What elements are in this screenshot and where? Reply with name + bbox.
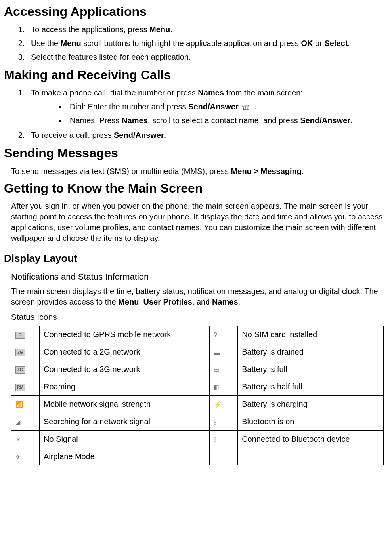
send-answer-label: Send/Answer bbox=[114, 131, 164, 139]
list-item: To make a phone call, dial the number or… bbox=[27, 88, 388, 126]
list-item: Names: Press Names, scroll to select a c… bbox=[67, 115, 388, 126]
text: scroll buttons to highlight the applicab… bbox=[81, 39, 301, 48]
status-icon-cell: ✈ bbox=[11, 448, 40, 465]
main-screen-para: After you sign in, or when you power on … bbox=[11, 201, 388, 244]
status-icon-description: Airplane Mode bbox=[40, 448, 210, 465]
status-icon-cell: ᛒ bbox=[210, 413, 238, 430]
names-label: Names bbox=[198, 88, 224, 97]
table-row: ✕No SignalᛒConnected to Bluetooth device bbox=[11, 430, 384, 448]
table-row: RMRoaming◧Battery is half full bbox=[11, 378, 384, 395]
status-icon-description: No Signal bbox=[40, 430, 210, 448]
status-icon-description: Searching for a network signal bbox=[40, 413, 210, 430]
text: from the main screen: bbox=[224, 88, 303, 97]
menu-messaging-label: Menu > Messaging bbox=[231, 167, 302, 175]
table-row: 2GConnected to a 2G network▬Battery is d… bbox=[11, 343, 384, 361]
status-icon-cell: 📶 bbox=[11, 395, 40, 413]
status-icon: ? bbox=[214, 331, 217, 340]
status-icon: RM bbox=[15, 384, 25, 391]
table-row: ◢Searching for a network signalᛒBluetoot… bbox=[11, 413, 384, 430]
status-icon: 2G bbox=[15, 349, 25, 356]
status-icon-description: Bluetooth is on bbox=[238, 413, 384, 430]
status-icon-description bbox=[238, 448, 384, 465]
text: To access the applications, press bbox=[31, 25, 149, 34]
status-icon-cell: 3G bbox=[11, 361, 40, 378]
status-icon-cell: RM bbox=[11, 378, 40, 395]
text: , bbox=[139, 298, 143, 306]
list-item: Dial: Enter the number and press Send/An… bbox=[67, 101, 388, 112]
table-row: 3GConnected to a 3G network▭Battery is f… bbox=[11, 361, 384, 378]
table-row: 📶Mobile network signal strength⚡Battery … bbox=[11, 395, 384, 413]
text: Names: Press bbox=[70, 116, 122, 125]
text: To receive a call, press bbox=[31, 131, 114, 139]
accessing-applications-list: To access the applications, press Menu. … bbox=[15, 24, 388, 63]
subheading-notifications-status: Notifications and Status Information bbox=[11, 271, 388, 283]
status-icon: 3G bbox=[15, 366, 25, 374]
text: To send messages via text (SMS) or multi… bbox=[11, 167, 231, 175]
status-icon: ✈ bbox=[15, 453, 21, 462]
status-icon-description: Battery is drained bbox=[238, 343, 384, 361]
heading-display-layout: Display Layout bbox=[4, 252, 388, 265]
status-icon-description: Connected to a 3G network bbox=[40, 361, 210, 378]
calls-list: To make a phone call, dial the number or… bbox=[15, 88, 388, 141]
display-layout-para: The main screen displays the time, batte… bbox=[11, 286, 388, 307]
status-icon: ᛒ bbox=[214, 418, 218, 427]
status-icon: ▬ bbox=[214, 348, 220, 357]
status-icon-cell: ◧ bbox=[210, 378, 238, 395]
text: . bbox=[302, 167, 304, 175]
status-icon-cell: 2G bbox=[11, 343, 40, 361]
status-icon: ᛒ bbox=[214, 435, 218, 444]
text: . bbox=[164, 131, 166, 139]
send-answer-label: Send/Answer bbox=[300, 116, 350, 125]
status-icon-cell: G bbox=[11, 326, 40, 343]
status-icon: 📶 bbox=[15, 401, 23, 409]
subheading-status-icons: Status Icons bbox=[11, 311, 388, 322]
text: To make a phone call, dial the number or… bbox=[31, 88, 198, 97]
status-icon: ▭ bbox=[214, 366, 220, 374]
heading-sending-messages: Sending Messages bbox=[4, 145, 388, 162]
heading-making-receiving-calls: Making and Receiving Calls bbox=[4, 67, 388, 84]
status-icon: ◧ bbox=[214, 383, 220, 392]
names-label: Names bbox=[212, 298, 238, 306]
list-item: To receive a call, press Send/Answer. bbox=[27, 130, 388, 141]
select-label: Select bbox=[324, 39, 348, 48]
status-icon: ⚡ bbox=[214, 401, 222, 409]
status-icon-description: Battery is charging bbox=[238, 395, 384, 413]
status-icon-cell: ? bbox=[210, 326, 238, 343]
text: Use the bbox=[31, 39, 60, 48]
text: . bbox=[238, 298, 241, 306]
status-icon-description: No SIM card installed bbox=[238, 326, 384, 343]
text: . bbox=[252, 102, 256, 111]
status-icon-description: Connected to Bluetooth device bbox=[238, 430, 384, 448]
status-icon-cell: ᛒ bbox=[210, 430, 238, 448]
heading-main-screen: Getting to Know the Main Screen bbox=[4, 180, 388, 197]
list-item: To access the applications, press Menu. bbox=[27, 24, 388, 35]
heading-accessing-applications: Accessing Applications bbox=[4, 3, 388, 20]
list-item: Select the features listed for each appl… bbox=[27, 52, 388, 63]
status-icon-description: Roaming bbox=[40, 378, 210, 395]
text: or bbox=[313, 39, 325, 48]
status-icon-cell bbox=[210, 448, 238, 465]
table-row: ✈Airplane Mode bbox=[11, 448, 384, 465]
phone-icon: ☏ bbox=[242, 103, 251, 112]
menu-label: Menu bbox=[60, 39, 81, 48]
text: , and bbox=[192, 298, 212, 306]
status-icon: ◢ bbox=[15, 418, 20, 427]
text: , scroll to select a contact name, and p… bbox=[148, 116, 300, 125]
status-icon-cell: ✕ bbox=[11, 430, 40, 448]
sending-messages-para: To send messages via text (SMS) or multi… bbox=[11, 166, 388, 177]
menu-label: Menu bbox=[149, 25, 170, 34]
text: . bbox=[350, 116, 353, 125]
status-icon-cell: ◢ bbox=[11, 413, 40, 430]
send-answer-label: Send/Answer bbox=[188, 102, 239, 111]
user-profiles-label: User Profiles bbox=[143, 298, 192, 306]
names-label: Names bbox=[122, 116, 148, 125]
status-icons-table: GConnected to GPRS mobile network?No SIM… bbox=[11, 326, 384, 465]
status-icon: ✕ bbox=[15, 435, 21, 444]
status-icon-cell: ⚡ bbox=[210, 395, 238, 413]
status-icon-description: Connected to GPRS mobile network bbox=[40, 326, 210, 343]
text: . bbox=[348, 39, 350, 48]
status-icon-description: Connected to a 2G network bbox=[40, 343, 210, 361]
table-row: GConnected to GPRS mobile network?No SIM… bbox=[11, 326, 384, 343]
menu-label: Menu bbox=[118, 298, 139, 306]
status-icon-cell: ▬ bbox=[210, 343, 238, 361]
